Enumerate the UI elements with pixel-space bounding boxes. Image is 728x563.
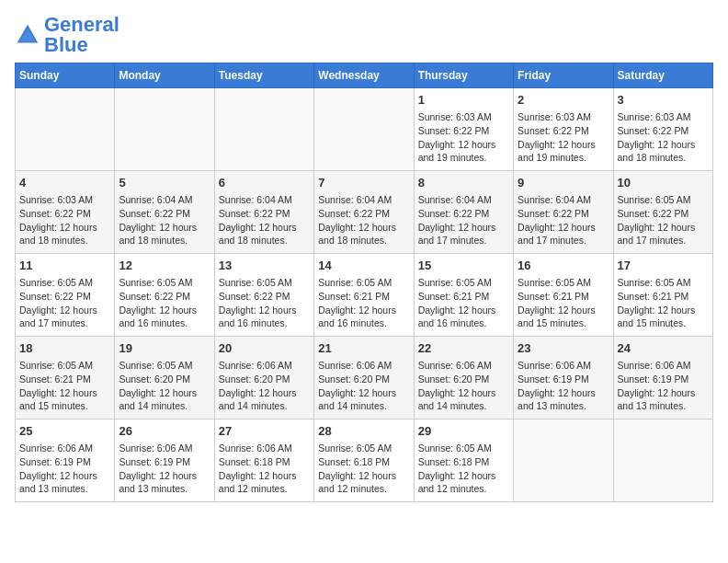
day-info: Sunrise: 6:06 AMSunset: 6:20 PMDaylight:…	[318, 359, 409, 413]
day-number: 28	[318, 423, 409, 440]
col-sunday: Sunday	[16, 63, 115, 88]
day-info: Sunrise: 6:06 AMSunset: 6:19 PMDaylight:…	[19, 442, 110, 496]
calendar-cell: 27Sunrise: 6:06 AMSunset: 6:18 PMDayligh…	[214, 419, 313, 502]
day-number: 25	[19, 423, 110, 440]
calendar-cell: 12Sunrise: 6:05 AMSunset: 6:22 PMDayligh…	[115, 254, 214, 337]
calendar-cell: 13Sunrise: 6:05 AMSunset: 6:22 PMDayligh…	[214, 254, 313, 337]
day-number: 19	[119, 340, 210, 357]
day-info: Sunrise: 6:05 AMSunset: 6:21 PMDaylight:…	[418, 276, 509, 330]
day-info: Sunrise: 6:04 AMSunset: 6:22 PMDaylight:…	[318, 193, 409, 247]
calendar-week-row: 1Sunrise: 6:03 AMSunset: 6:22 PMDaylight…	[16, 88, 713, 171]
day-info: Sunrise: 6:04 AMSunset: 6:22 PMDaylight:…	[219, 193, 310, 247]
day-info: Sunrise: 6:03 AMSunset: 6:22 PMDaylight:…	[418, 110, 509, 165]
calendar-cell: 11Sunrise: 6:05 AMSunset: 6:22 PMDayligh…	[16, 254, 115, 337]
calendar-cell	[314, 88, 414, 171]
day-number: 27	[219, 423, 310, 440]
day-number: 8	[418, 175, 509, 191]
calendar-cell: 6Sunrise: 6:04 AMSunset: 6:22 PMDaylight…	[214, 171, 313, 254]
day-info: Sunrise: 6:03 AMSunset: 6:22 PMDaylight:…	[518, 110, 609, 165]
logo: GeneralBlue	[15, 15, 119, 55]
day-number: 20	[219, 340, 310, 357]
day-number: 3	[618, 92, 709, 109]
day-info: Sunrise: 6:06 AMSunset: 6:20 PMDaylight:…	[418, 359, 509, 413]
day-info: Sunrise: 6:04 AMSunset: 6:22 PMDaylight:…	[119, 193, 210, 247]
calendar-cell	[115, 88, 214, 171]
day-info: Sunrise: 6:04 AMSunset: 6:22 PMDaylight:…	[518, 193, 609, 247]
day-info: Sunrise: 6:03 AMSunset: 6:22 PMDaylight:…	[618, 110, 709, 165]
calendar-cell: 7Sunrise: 6:04 AMSunset: 6:22 PMDaylight…	[314, 171, 414, 254]
day-number: 24	[618, 340, 709, 357]
calendar-header-row: Sunday Monday Tuesday Wednesday Thursday…	[16, 63, 713, 88]
calendar-cell: 8Sunrise: 6:04 AMSunset: 6:22 PMDaylight…	[414, 171, 513, 254]
day-info: Sunrise: 6:06 AMSunset: 6:19 PMDaylight:…	[119, 442, 210, 496]
col-wednesday: Wednesday	[314, 63, 414, 88]
day-number: 4	[19, 175, 110, 191]
col-friday: Friday	[514, 63, 613, 88]
calendar-cell: 20Sunrise: 6:06 AMSunset: 6:20 PMDayligh…	[214, 337, 313, 419]
calendar-week-row: 4Sunrise: 6:03 AMSunset: 6:22 PMDaylight…	[16, 171, 713, 254]
logo-icon	[15, 22, 40, 48]
day-number: 12	[119, 258, 210, 274]
calendar-cell: 17Sunrise: 6:05 AMSunset: 6:21 PMDayligh…	[613, 254, 712, 337]
col-saturday: Saturday	[613, 63, 712, 88]
calendar-week-row: 25Sunrise: 6:06 AMSunset: 6:19 PMDayligh…	[16, 419, 713, 502]
day-number: 18	[19, 340, 110, 357]
calendar-cell: 2Sunrise: 6:03 AMSunset: 6:22 PMDaylight…	[514, 88, 613, 171]
col-monday: Monday	[115, 63, 214, 88]
day-number: 29	[418, 423, 509, 440]
calendar-cell	[214, 88, 313, 171]
day-info: Sunrise: 6:05 AMSunset: 6:21 PMDaylight:…	[19, 359, 110, 413]
day-info: Sunrise: 6:06 AMSunset: 6:19 PMDaylight:…	[618, 359, 709, 413]
day-info: Sunrise: 6:05 AMSunset: 6:21 PMDaylight:…	[318, 276, 409, 330]
calendar-cell: 19Sunrise: 6:05 AMSunset: 6:20 PMDayligh…	[115, 337, 214, 419]
day-number: 5	[119, 175, 210, 191]
day-info: Sunrise: 6:05 AMSunset: 6:22 PMDaylight:…	[618, 193, 709, 247]
calendar-cell: 14Sunrise: 6:05 AMSunset: 6:21 PMDayligh…	[314, 254, 414, 337]
day-info: Sunrise: 6:05 AMSunset: 6:22 PMDaylight:…	[219, 276, 310, 330]
calendar-cell: 25Sunrise: 6:06 AMSunset: 6:19 PMDayligh…	[16, 419, 115, 502]
day-number: 11	[19, 258, 110, 274]
calendar-cell: 28Sunrise: 6:05 AMSunset: 6:18 PMDayligh…	[314, 419, 414, 502]
calendar-cell: 9Sunrise: 6:04 AMSunset: 6:22 PMDaylight…	[514, 171, 613, 254]
calendar-week-row: 18Sunrise: 6:05 AMSunset: 6:21 PMDayligh…	[16, 337, 713, 419]
day-number: 10	[618, 175, 709, 191]
day-info: Sunrise: 6:05 AMSunset: 6:21 PMDaylight:…	[618, 276, 709, 330]
calendar-cell: 5Sunrise: 6:04 AMSunset: 6:22 PMDaylight…	[115, 171, 214, 254]
day-info: Sunrise: 6:03 AMSunset: 6:22 PMDaylight:…	[19, 193, 110, 247]
calendar-table: Sunday Monday Tuesday Wednesday Thursday…	[15, 63, 713, 502]
day-number: 9	[518, 175, 609, 191]
calendar-cell: 16Sunrise: 6:05 AMSunset: 6:21 PMDayligh…	[514, 254, 613, 337]
day-info: Sunrise: 6:04 AMSunset: 6:22 PMDaylight:…	[418, 193, 509, 247]
header: GeneralBlue	[15, 15, 713, 55]
calendar-cell: 23Sunrise: 6:06 AMSunset: 6:19 PMDayligh…	[514, 337, 613, 419]
calendar-cell: 21Sunrise: 6:06 AMSunset: 6:20 PMDayligh…	[314, 337, 414, 419]
day-number: 6	[219, 175, 310, 191]
day-info: Sunrise: 6:05 AMSunset: 6:21 PMDaylight:…	[518, 276, 609, 330]
calendar-cell: 3Sunrise: 6:03 AMSunset: 6:22 PMDaylight…	[613, 88, 712, 171]
col-thursday: Thursday	[414, 63, 513, 88]
calendar-cell: 26Sunrise: 6:06 AMSunset: 6:19 PMDayligh…	[115, 419, 214, 502]
day-info: Sunrise: 6:05 AMSunset: 6:20 PMDaylight:…	[119, 359, 210, 413]
day-info: Sunrise: 6:06 AMSunset: 6:18 PMDaylight:…	[219, 442, 310, 496]
day-number: 1	[418, 92, 509, 109]
calendar-cell	[613, 419, 712, 502]
calendar-cell: 15Sunrise: 6:05 AMSunset: 6:21 PMDayligh…	[414, 254, 513, 337]
day-number: 15	[418, 258, 509, 274]
calendar-cell: 24Sunrise: 6:06 AMSunset: 6:19 PMDayligh…	[613, 337, 712, 419]
day-number: 2	[518, 92, 609, 109]
calendar-body: 1Sunrise: 6:03 AMSunset: 6:22 PMDaylight…	[16, 88, 713, 502]
calendar-cell: 10Sunrise: 6:05 AMSunset: 6:22 PMDayligh…	[613, 171, 712, 254]
day-info: Sunrise: 6:05 AMSunset: 6:18 PMDaylight:…	[318, 442, 409, 496]
calendar-cell: 1Sunrise: 6:03 AMSunset: 6:22 PMDaylight…	[414, 88, 513, 171]
day-info: Sunrise: 6:05 AMSunset: 6:18 PMDaylight:…	[418, 442, 509, 496]
calendar-week-row: 11Sunrise: 6:05 AMSunset: 6:22 PMDayligh…	[16, 254, 713, 337]
day-number: 16	[518, 258, 609, 274]
day-number: 26	[119, 423, 210, 440]
day-number: 13	[219, 258, 310, 274]
day-info: Sunrise: 6:06 AMSunset: 6:20 PMDaylight:…	[219, 359, 310, 413]
col-tuesday: Tuesday	[214, 63, 313, 88]
calendar-cell: 4Sunrise: 6:03 AMSunset: 6:22 PMDaylight…	[16, 171, 115, 254]
day-number: 22	[418, 340, 509, 357]
day-number: 23	[518, 340, 609, 357]
day-info: Sunrise: 6:06 AMSunset: 6:19 PMDaylight:…	[518, 359, 609, 413]
